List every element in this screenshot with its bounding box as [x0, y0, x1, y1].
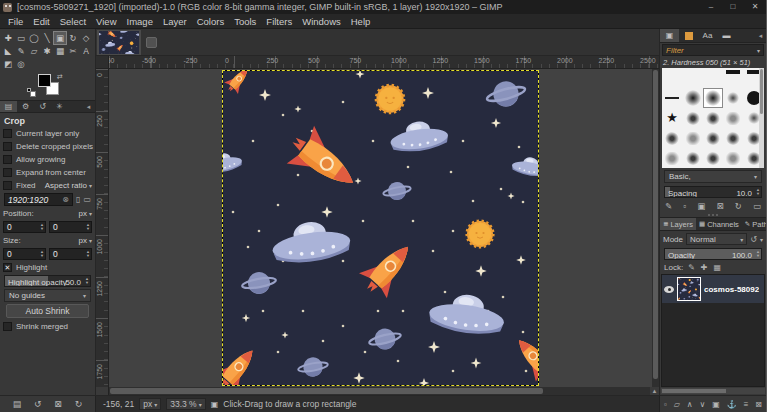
- portrait-icon[interactable]: ▯: [76, 195, 80, 204]
- maximize-button[interactable]: □: [722, 0, 744, 14]
- lock-position-icon[interactable]: ✚: [701, 263, 708, 272]
- size-unit-dropdown[interactable]: px ▾: [79, 236, 92, 245]
- tab-paths[interactable]: ✎Paths: [742, 218, 766, 230]
- open-brush-as-image-icon[interactable]: ▭: [753, 201, 761, 211]
- vertical-ruler[interactable]: 02505007501000125015001750: [96, 69, 109, 387]
- auto-shrink-button[interactable]: Auto Shrink: [6, 304, 89, 318]
- navigation-button[interactable]: ▲: [650, 387, 659, 395]
- brush-cell[interactable]: [703, 88, 723, 108]
- brush-cell[interactable]: [682, 128, 702, 148]
- tool-paintbrush[interactable]: ✎: [15, 45, 27, 57]
- tool-eraser[interactable]: ▱: [28, 45, 40, 57]
- image-tab[interactable]: [97, 30, 141, 55]
- horizontal-scrollbar-thumb[interactable]: [110, 388, 543, 394]
- layer-thumbnail[interactable]: [677, 277, 701, 301]
- tool-unified-transform[interactable]: ◇: [80, 32, 92, 44]
- tool-rotate[interactable]: ↻: [67, 32, 79, 44]
- brush-cell[interactable]: [682, 88, 702, 108]
- brush-cell[interactable]: [682, 68, 702, 88]
- save-tool-preset-icon[interactable]: ▤: [13, 399, 22, 409]
- delete-layer-icon[interactable]: ⊠: [755, 400, 762, 409]
- spinner-arrows-icon[interactable]: ▲▼: [40, 250, 44, 258]
- tab-menu-icon[interactable]: ◂: [755, 29, 766, 42]
- spinner-arrows-icon[interactable]: ▲▼: [85, 277, 89, 285]
- dock-tab-tool-options[interactable]: ▤: [0, 101, 17, 112]
- tool-scissors-select[interactable]: ✂: [67, 45, 79, 57]
- brush-cell[interactable]: [703, 148, 723, 168]
- brush-cell[interactable]: [682, 148, 702, 168]
- brush-cell[interactable]: [703, 108, 723, 128]
- layer-row[interactable]: cosmos-58092: [662, 275, 764, 303]
- dock-tab-device-status[interactable]: ⚙: [17, 101, 34, 112]
- lock-pixels-icon[interactable]: ✎: [688, 263, 695, 272]
- dock-tab-document-history[interactable]: ▬: [717, 29, 736, 42]
- tool-measure[interactable]: ╲: [41, 32, 53, 44]
- size-height-spinner[interactable]: 0 ▲▼: [49, 248, 92, 260]
- brush-cell[interactable]: [662, 148, 682, 168]
- brush-cell[interactable]: [723, 68, 743, 88]
- new-layer-group-icon[interactable]: ▱: [674, 400, 680, 409]
- brush-cell[interactable]: [723, 128, 743, 148]
- tool-text[interactable]: A: [80, 45, 92, 57]
- option-current-layer-only[interactable]: Current layer only: [0, 127, 95, 140]
- menu-filters[interactable]: Filters: [261, 16, 297, 27]
- switch-mode-group-icon[interactable]: ↺: [750, 235, 757, 244]
- clear-icon[interactable]: ⊗: [62, 195, 69, 204]
- delete-tool-preset-icon[interactable]: ⊠: [54, 399, 62, 409]
- quick-mask-toggle[interactable]: [96, 387, 109, 395]
- dock-tab-patterns[interactable]: [679, 29, 698, 42]
- vertical-scrollbar-thumb[interactable]: [653, 70, 658, 379]
- edit-brush-icon[interactable]: ✎: [665, 201, 672, 211]
- foreground-color-swatch[interactable]: [38, 74, 51, 87]
- brush-grid-scrollbar[interactable]: [759, 68, 764, 168]
- option-highlight[interactable]: ✕ Highlight: [0, 261, 95, 274]
- option-delete-cropped-pixels[interactable]: Delete cropped pixels: [0, 140, 95, 153]
- fixed-checkbox[interactable]: [3, 181, 12, 190]
- zoom-dropdown[interactable]: 33.3 % ▾: [166, 398, 205, 410]
- menu-file[interactable]: File: [3, 16, 28, 27]
- guides-dropdown[interactable]: No guides ▾: [4, 289, 91, 302]
- brush-cell[interactable]: [682, 108, 702, 128]
- tool-crop[interactable]: ▣: [54, 32, 66, 44]
- tab-channels[interactable]: ▦Channels: [696, 218, 742, 230]
- brush-cell[interactable]: [703, 128, 723, 148]
- aspect-ratio-field[interactable]: 1920:1920 ⊗: [4, 193, 73, 206]
- menu-windows[interactable]: Windows: [297, 16, 346, 27]
- menu-view[interactable]: View: [91, 16, 121, 27]
- menu-layer[interactable]: Layer: [158, 16, 192, 27]
- spinner-arrows-icon[interactable]: ▲▼: [756, 188, 760, 196]
- option-expand-from-center[interactable]: Expand from center: [0, 166, 95, 179]
- canvas-area[interactable]: [109, 69, 652, 387]
- anchor-layer-icon[interactable]: ⚓: [727, 400, 737, 409]
- unit-dropdown[interactable]: px ▾: [139, 398, 161, 410]
- layer-list-scrollbar[interactable]: [661, 388, 765, 394]
- brush-cell[interactable]: [703, 68, 723, 88]
- vertical-scrollbar[interactable]: [652, 69, 659, 387]
- swap-colors-icon[interactable]: ⇄: [57, 73, 63, 81]
- current-layer-only-checkbox[interactable]: [3, 129, 12, 138]
- duplicate-brush-icon[interactable]: ▣: [697, 201, 705, 211]
- brush-cell[interactable]: ★: [662, 108, 682, 128]
- duplicate-layer-icon[interactable]: ▣: [712, 400, 720, 409]
- spinner-arrows-icon[interactable]: ▲▼: [86, 223, 90, 231]
- new-brush-icon[interactable]: ▫: [683, 201, 686, 211]
- fixed-mode-dropdown[interactable]: Aspect ratio ▾: [45, 181, 92, 190]
- expand-from-center-checkbox[interactable]: [3, 168, 12, 177]
- merge-down-icon[interactable]: ≡: [744, 400, 749, 409]
- default-colors-icon[interactable]: [27, 88, 31, 92]
- tab-menu-icon[interactable]: ◂: [82, 101, 95, 112]
- refresh-brushes-icon[interactable]: ↻: [735, 201, 742, 211]
- image-canvas[interactable]: [222, 70, 539, 386]
- delete-brush-icon[interactable]: ⊠: [717, 201, 724, 211]
- close-button[interactable]: ✕: [744, 0, 766, 14]
- lower-layer-icon[interactable]: ∨: [700, 400, 706, 409]
- tool-bucket-fill[interactable]: ◣: [2, 45, 14, 57]
- tool-zoom[interactable]: ◎: [15, 58, 27, 70]
- spinner-arrows-icon[interactable]: ▲▼: [756, 250, 760, 258]
- dock-tab-fonts[interactable]: Aa: [698, 29, 717, 42]
- size-width-spinner[interactable]: 0 ▲▼: [3, 248, 46, 260]
- raise-layer-icon[interactable]: ∧: [687, 400, 693, 409]
- position-x-spinner[interactable]: 0 ▲▼: [3, 221, 46, 233]
- tool-move[interactable]: ✚: [2, 32, 14, 44]
- brush-cell[interactable]: [723, 88, 743, 108]
